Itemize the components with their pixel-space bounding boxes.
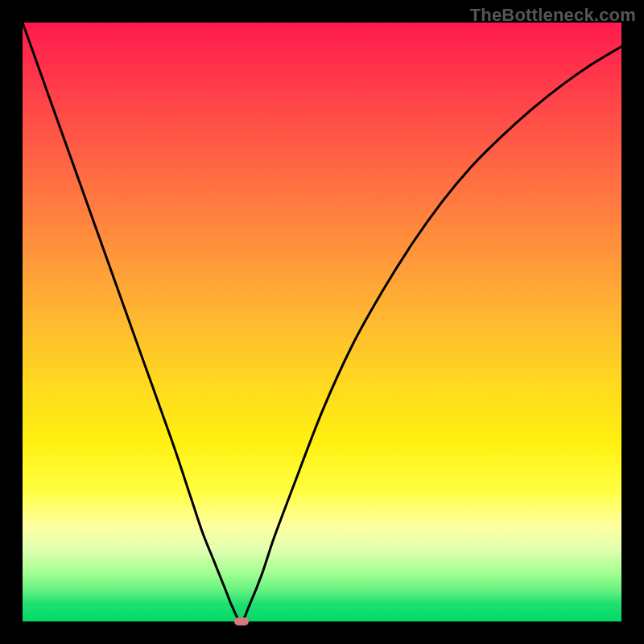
optimal-marker	[234, 617, 249, 625]
bottleneck-curve	[23, 23, 621, 621]
watermark-text: TheBottleneck.com	[470, 5, 636, 26]
plot-area	[23, 23, 621, 621]
curve-svg	[23, 23, 621, 621]
chart-frame: TheBottleneck.com	[0, 0, 644, 644]
